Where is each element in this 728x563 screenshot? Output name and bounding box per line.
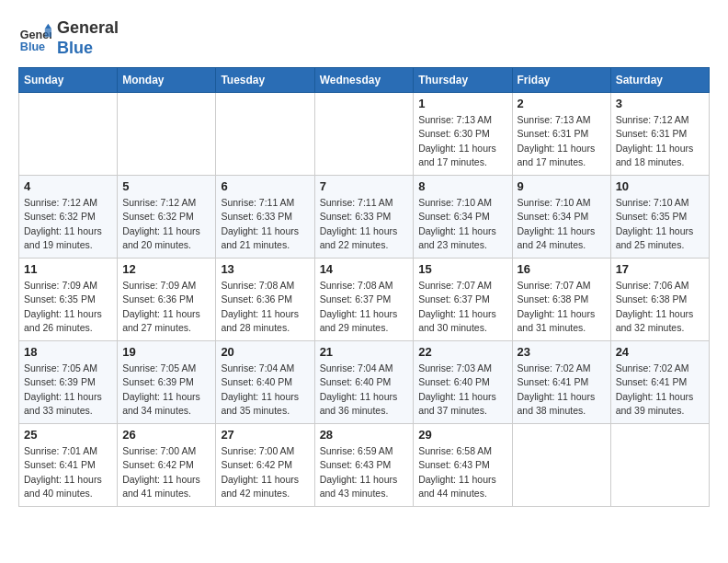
- calendar-week-row: 25Sunrise: 7:01 AMSunset: 6:41 PMDayligh…: [19, 424, 710, 507]
- calendar-cell: 23Sunrise: 7:02 AMSunset: 6:41 PMDayligh…: [512, 341, 610, 424]
- day-number: 7: [320, 179, 409, 193]
- logo-text: General Blue: [57, 18, 119, 58]
- weekday-header-tuesday: Tuesday: [216, 68, 314, 93]
- day-info: Sunrise: 7:00 AMSunset: 6:42 PMDaylight:…: [122, 444, 210, 500]
- weekday-header-wednesday: Wednesday: [314, 68, 414, 93]
- day-info: Sunrise: 7:05 AMSunset: 6:39 PMDaylight:…: [24, 362, 112, 418]
- page-header: General Blue General Blue: [18, 18, 710, 58]
- day-info: Sunrise: 7:13 AMSunset: 6:31 PMDaylight:…: [518, 113, 606, 169]
- weekday-header-sunday: Sunday: [19, 68, 118, 93]
- day-info: Sunrise: 7:08 AMSunset: 6:36 PMDaylight:…: [221, 279, 309, 335]
- day-info: Sunrise: 7:08 AMSunset: 6:37 PMDaylight:…: [320, 279, 409, 335]
- calendar-cell: [314, 93, 414, 176]
- day-number: 19: [122, 345, 210, 359]
- day-number: 21: [320, 345, 409, 359]
- day-number: 5: [122, 179, 210, 193]
- day-number: 12: [122, 262, 210, 276]
- calendar-cell: 21Sunrise: 7:04 AMSunset: 6:40 PMDayligh…: [314, 341, 414, 424]
- logo-icon: General Blue: [18, 22, 51, 55]
- calendar-cell: 15Sunrise: 7:07 AMSunset: 6:37 PMDayligh…: [414, 259, 512, 341]
- day-info: Sunrise: 7:12 AMSunset: 6:32 PMDaylight:…: [24, 196, 112, 252]
- calendar-cell: 26Sunrise: 7:00 AMSunset: 6:42 PMDayligh…: [118, 424, 216, 507]
- day-number: 26: [122, 428, 210, 442]
- weekday-header-saturday: Saturday: [610, 68, 709, 93]
- calendar-week-row: 11Sunrise: 7:09 AMSunset: 6:35 PMDayligh…: [19, 259, 710, 341]
- calendar-cell: 19Sunrise: 7:05 AMSunset: 6:39 PMDayligh…: [118, 341, 216, 424]
- day-number: 28: [320, 428, 409, 442]
- day-info: Sunrise: 7:10 AMSunset: 6:35 PMDaylight:…: [616, 196, 704, 252]
- day-info: Sunrise: 7:00 AMSunset: 6:42 PMDaylight:…: [221, 444, 309, 500]
- calendar-cell: 10Sunrise: 7:10 AMSunset: 6:35 PMDayligh…: [610, 176, 709, 259]
- calendar-cell: 13Sunrise: 7:08 AMSunset: 6:36 PMDayligh…: [216, 259, 314, 341]
- day-number: 24: [616, 345, 704, 359]
- calendar-cell: 1Sunrise: 7:13 AMSunset: 6:30 PMDaylight…: [414, 93, 512, 176]
- day-number: 13: [221, 262, 309, 276]
- calendar-cell: 18Sunrise: 7:05 AMSunset: 6:39 PMDayligh…: [19, 341, 118, 424]
- day-number: 22: [418, 345, 506, 359]
- calendar-cell: 28Sunrise: 6:59 AMSunset: 6:43 PMDayligh…: [314, 424, 414, 507]
- calendar-cell: 20Sunrise: 7:04 AMSunset: 6:40 PMDayligh…: [216, 341, 314, 424]
- calendar-cell: 4Sunrise: 7:12 AMSunset: 6:32 PMDaylight…: [19, 176, 118, 259]
- day-number: 29: [418, 428, 506, 442]
- calendar-cell: 2Sunrise: 7:13 AMSunset: 6:31 PMDaylight…: [512, 93, 610, 176]
- calendar-cell: 11Sunrise: 7:09 AMSunset: 6:35 PMDayligh…: [19, 259, 118, 341]
- day-info: Sunrise: 7:10 AMSunset: 6:34 PMDaylight:…: [518, 196, 606, 252]
- calendar-cell: [19, 93, 118, 176]
- day-info: Sunrise: 7:01 AMSunset: 6:41 PMDaylight:…: [24, 444, 112, 500]
- calendar-cell: [118, 93, 216, 176]
- calendar-cell: 25Sunrise: 7:01 AMSunset: 6:41 PMDayligh…: [19, 424, 118, 507]
- calendar-cell: [512, 424, 610, 507]
- calendar-week-row: 1Sunrise: 7:13 AMSunset: 6:30 PMDaylight…: [19, 93, 710, 176]
- day-number: 4: [24, 179, 112, 193]
- day-info: Sunrise: 7:06 AMSunset: 6:38 PMDaylight:…: [616, 279, 704, 335]
- calendar-cell: 9Sunrise: 7:10 AMSunset: 6:34 PMDaylight…: [512, 176, 610, 259]
- svg-text:Blue: Blue: [20, 40, 45, 52]
- day-number: 18: [24, 345, 112, 359]
- day-info: Sunrise: 6:58 AMSunset: 6:43 PMDaylight:…: [418, 444, 506, 500]
- day-info: Sunrise: 7:11 AMSunset: 6:33 PMDaylight:…: [221, 196, 309, 252]
- calendar-cell: 24Sunrise: 7:02 AMSunset: 6:41 PMDayligh…: [610, 341, 709, 424]
- day-number: 2: [518, 97, 606, 110]
- calendar-cell: 8Sunrise: 7:10 AMSunset: 6:34 PMDaylight…: [414, 176, 512, 259]
- day-info: Sunrise: 7:11 AMSunset: 6:33 PMDaylight:…: [320, 196, 409, 252]
- calendar-cell: 7Sunrise: 7:11 AMSunset: 6:33 PMDaylight…: [314, 176, 414, 259]
- weekday-header-row: SundayMondayTuesdayWednesdayThursdayFrid…: [19, 68, 710, 93]
- calendar-cell: 6Sunrise: 7:11 AMSunset: 6:33 PMDaylight…: [216, 176, 314, 259]
- day-info: Sunrise: 7:04 AMSunset: 6:40 PMDaylight:…: [320, 362, 409, 418]
- day-info: Sunrise: 7:09 AMSunset: 6:36 PMDaylight:…: [122, 279, 210, 335]
- calendar-cell: [610, 424, 709, 507]
- day-number: 11: [24, 262, 112, 276]
- day-info: Sunrise: 7:09 AMSunset: 6:35 PMDaylight:…: [24, 279, 112, 335]
- calendar-cell: 17Sunrise: 7:06 AMSunset: 6:38 PMDayligh…: [610, 259, 709, 341]
- calendar-cell: 16Sunrise: 7:07 AMSunset: 6:38 PMDayligh…: [512, 259, 610, 341]
- day-info: Sunrise: 7:05 AMSunset: 6:39 PMDaylight:…: [122, 362, 210, 418]
- calendar-cell: 22Sunrise: 7:03 AMSunset: 6:40 PMDayligh…: [414, 341, 512, 424]
- calendar-cell: 5Sunrise: 7:12 AMSunset: 6:32 PMDaylight…: [118, 176, 216, 259]
- day-info: Sunrise: 7:07 AMSunset: 6:37 PMDaylight:…: [418, 279, 506, 335]
- day-info: Sunrise: 7:12 AMSunset: 6:32 PMDaylight:…: [122, 196, 210, 252]
- day-number: 8: [418, 179, 506, 193]
- day-info: Sunrise: 7:07 AMSunset: 6:38 PMDaylight:…: [518, 279, 606, 335]
- calendar-cell: [216, 93, 314, 176]
- day-info: Sunrise: 7:04 AMSunset: 6:40 PMDaylight:…: [221, 362, 309, 418]
- day-number: 10: [616, 179, 704, 193]
- svg-marker-3: [45, 29, 51, 37]
- day-number: 23: [518, 345, 606, 359]
- day-number: 6: [221, 179, 309, 193]
- day-number: 27: [221, 428, 309, 442]
- weekday-header-thursday: Thursday: [414, 68, 512, 93]
- day-info: Sunrise: 7:12 AMSunset: 6:31 PMDaylight:…: [616, 113, 704, 169]
- day-info: Sunrise: 6:59 AMSunset: 6:43 PMDaylight:…: [320, 444, 409, 500]
- calendar-cell: 3Sunrise: 7:12 AMSunset: 6:31 PMDaylight…: [610, 93, 709, 176]
- day-number: 25: [24, 428, 112, 442]
- day-info: Sunrise: 7:03 AMSunset: 6:40 PMDaylight:…: [418, 362, 506, 418]
- day-info: Sunrise: 7:10 AMSunset: 6:34 PMDaylight:…: [418, 196, 506, 252]
- day-number: 3: [616, 97, 704, 110]
- calendar-cell: 14Sunrise: 7:08 AMSunset: 6:37 PMDayligh…: [314, 259, 414, 341]
- day-number: 16: [518, 262, 606, 276]
- day-info: Sunrise: 7:02 AMSunset: 6:41 PMDaylight:…: [518, 362, 606, 418]
- weekday-header-monday: Monday: [118, 68, 216, 93]
- calendar-table: SundayMondayTuesdayWednesdayThursdayFrid…: [18, 67, 710, 507]
- day-number: 17: [616, 262, 704, 276]
- day-number: 20: [221, 345, 309, 359]
